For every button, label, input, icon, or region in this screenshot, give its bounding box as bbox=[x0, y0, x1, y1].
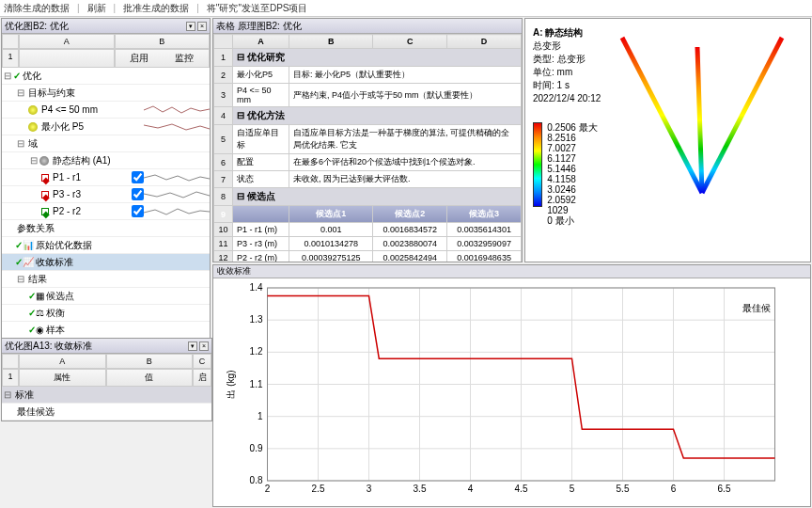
tree-goals[interactable]: ⊟目标与约束 bbox=[2, 85, 210, 102]
svg-text:5: 5 bbox=[570, 484, 575, 494]
pin-icon[interactable]: ▾ bbox=[188, 341, 197, 351]
tree-results[interactable]: ⊟结果 bbox=[2, 271, 210, 288]
tree-root[interactable]: ⊟✓优化 bbox=[2, 68, 210, 85]
ball-icon bbox=[28, 122, 38, 132]
properties-panel: 优化图A13: 收敛标准▾× ABC 1属性值启 ⊟标准 最佳候选 bbox=[1, 338, 212, 421]
toolbar-refresh[interactable]: 刷新 bbox=[87, 2, 106, 15]
outline-panel: 优化图B2: 优化 ▾× A B 1 启用监控 ⊟✓优化 ⊟目标与约束 P4 <… bbox=[1, 18, 211, 340]
toolbar-clear[interactable]: 清除生成的数据 bbox=[4, 2, 70, 15]
svg-text:4.5: 4.5 bbox=[515, 484, 528, 494]
col-a[interactable]: A bbox=[19, 34, 115, 49]
enable-check[interactable] bbox=[132, 171, 144, 183]
svg-text:1: 1 bbox=[258, 411, 263, 421]
toolbar-send[interactable]: 将"研究"发送至DPS项目 bbox=[207, 2, 308, 15]
deformation-plot[interactable] bbox=[603, 28, 801, 216]
ball-icon bbox=[39, 156, 49, 166]
enable-check[interactable] bbox=[132, 188, 144, 200]
col-b[interactable]: B bbox=[115, 34, 211, 49]
data-table: 表格 原理图B2: 优化 ABCD 1⊟ 优化研究 2最小化P5目标: 最小化P… bbox=[212, 18, 523, 262]
tree-raw[interactable]: ✓📊原始优化数据 bbox=[2, 237, 210, 254]
tree-conv[interactable]: ✓📈收敛标准 bbox=[2, 254, 210, 271]
toolbar: 清除生成的数据 | 刷新 | 批准生成的数据 | 将"研究"发送至DPS项目 bbox=[0, 0, 812, 17]
toolbar-approve[interactable]: 批准生成的数据 bbox=[123, 2, 189, 15]
close-icon[interactable]: × bbox=[197, 22, 207, 31]
outline-tree: ⊟✓优化 ⊟目标与约束 P4 <= 50 mm 最小化 P5 ⊟域 ⊟静态结构 … bbox=[2, 68, 210, 339]
svg-text:6.5: 6.5 bbox=[718, 484, 731, 494]
svg-text:0.9: 0.9 bbox=[250, 443, 263, 453]
tree-samples[interactable]: ✓◉样本 bbox=[2, 322, 210, 339]
viz-info: A: 静态结构 总变形 类型: 总变形 单位: mm 时间: 1 s 2022/… bbox=[533, 26, 601, 105]
tree-p2[interactable]: ◆P3 - r3 bbox=[2, 186, 210, 203]
svg-line-0 bbox=[622, 38, 702, 193]
svg-text:最佳候: 最佳候 bbox=[742, 303, 771, 313]
svg-text:2: 2 bbox=[265, 484, 271, 494]
viz-panel: A: 静态结构 总变形 类型: 总变形 单位: mm 时间: 1 s 2022/… bbox=[524, 18, 811, 262]
svg-line-1 bbox=[697, 47, 702, 193]
enable-check[interactable] bbox=[132, 205, 144, 217]
tree-relations[interactable]: 参数关系 bbox=[2, 220, 210, 237]
outline-header: 优化图B2: 优化 ▾× bbox=[2, 19, 210, 34]
ball-icon bbox=[28, 105, 38, 115]
tree-tradeoff[interactable]: ✓⚖权衡 bbox=[2, 305, 210, 322]
svg-text:1.3: 1.3 bbox=[250, 314, 263, 325]
svg-text:5.5: 5.5 bbox=[617, 484, 630, 494]
svg-text:6: 6 bbox=[671, 484, 677, 494]
svg-text:出 (kg): 出 (kg) bbox=[226, 371, 236, 399]
tree-constraint[interactable]: P4 <= 50 mm bbox=[2, 102, 210, 119]
svg-line-2 bbox=[702, 38, 782, 193]
svg-text:4: 4 bbox=[468, 484, 474, 494]
svg-text:3: 3 bbox=[367, 484, 372, 494]
svg-text:1.1: 1.1 bbox=[250, 379, 263, 389]
tree-domain[interactable]: ⊟域 bbox=[2, 135, 210, 152]
close-icon[interactable]: × bbox=[199, 341, 209, 351]
color-legend: 0.2506 最大8.25167.00276.11275.14464.11583… bbox=[533, 122, 598, 226]
tree-p1[interactable]: ◆P1 - r1 bbox=[2, 169, 210, 186]
tree-candidates[interactable]: ✓▦候选点 bbox=[2, 288, 210, 305]
svg-text:0.8: 0.8 bbox=[250, 475, 263, 485]
svg-text:2.5: 2.5 bbox=[312, 484, 325, 494]
svg-text:3.5: 3.5 bbox=[414, 484, 427, 494]
tree-minimize[interactable]: 最小化 P5 bbox=[2, 119, 210, 135]
svg-text:1.2: 1.2 bbox=[250, 346, 263, 357]
tree-p3[interactable]: ◆P2 - r2 bbox=[2, 203, 210, 220]
svg-text:1.4: 1.4 bbox=[250, 282, 263, 293]
tree-static[interactable]: ⊟静态结构 (A1) bbox=[2, 152, 210, 169]
pin-icon[interactable]: ▾ bbox=[186, 22, 195, 31]
convergence-chart[interactable]: 收敛标准 0.80.911.11.21.31.422.533.544.555.5… bbox=[212, 264, 811, 507]
